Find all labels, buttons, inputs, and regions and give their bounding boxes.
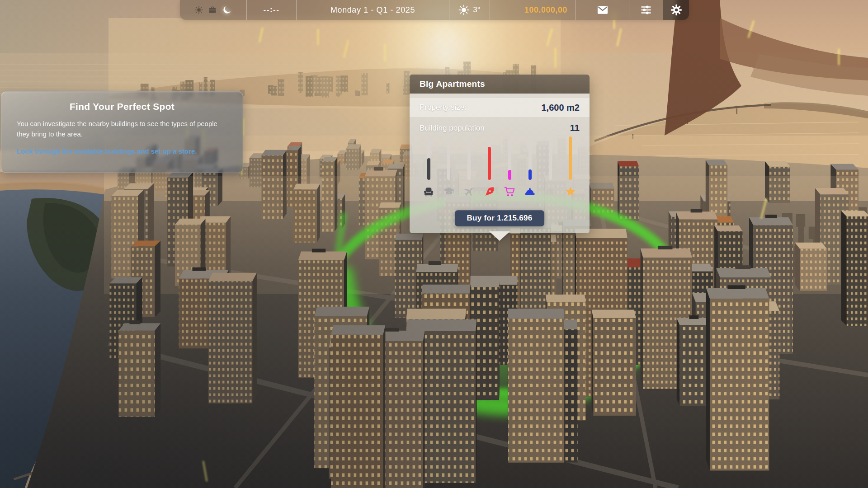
pen-icon bbox=[484, 186, 495, 197]
demographic-track bbox=[488, 136, 491, 180]
tutorial-panel: Find Your Perfect Spot You can investiga… bbox=[1, 91, 243, 173]
demographic-indicator bbox=[523, 136, 537, 197]
tutorial-cta: Look through the available buildings and… bbox=[17, 146, 227, 157]
graduation-cap-icon bbox=[443, 186, 455, 197]
date-value: Monday 1 - Q1 - 2025 bbox=[330, 5, 415, 15]
demographic-track bbox=[508, 136, 511, 180]
cart-icon bbox=[504, 186, 515, 197]
demographic-track bbox=[447, 136, 450, 180]
clock-display: --:-- bbox=[246, 0, 296, 20]
demographic-indicator bbox=[503, 136, 516, 197]
gear-icon bbox=[670, 4, 682, 16]
property-size-value: 1,600 m2 bbox=[541, 103, 580, 113]
unknown-icon bbox=[544, 186, 556, 197]
popup-body: Property size: 1,600 m2 Building populat… bbox=[410, 94, 590, 233]
demographic-fill bbox=[569, 136, 572, 180]
demographic-fill bbox=[508, 170, 511, 180]
demographic-indicator bbox=[422, 136, 435, 197]
top-hud-bar: --:-- Monday 1 - Q1 - 2025 3° 100.000,00 bbox=[180, 0, 689, 20]
population-row: Building population 11 bbox=[410, 123, 590, 133]
demographic-fill bbox=[427, 158, 430, 180]
armchair-icon bbox=[423, 186, 434, 197]
demographic-indicator bbox=[564, 136, 577, 197]
gear-menu-button[interactable] bbox=[663, 0, 689, 20]
clock-value: --:-- bbox=[264, 5, 280, 14]
property-size-label: Property size: bbox=[420, 103, 467, 112]
temperature-value: 3° bbox=[473, 5, 480, 14]
demographic-fill bbox=[488, 147, 491, 180]
weather-sun-icon bbox=[458, 5, 469, 15]
mail-icon bbox=[596, 4, 609, 16]
star-icon bbox=[565, 186, 576, 197]
tutorial-body: You can investigate the nearby buildings… bbox=[17, 119, 227, 139]
demographic-track bbox=[427, 136, 430, 180]
demographic-track bbox=[467, 136, 471, 180]
demographic-fill bbox=[528, 169, 532, 180]
demographic-indicator bbox=[442, 136, 456, 197]
hardhat-icon bbox=[524, 186, 536, 197]
population-value: 11 bbox=[570, 123, 580, 133]
money-value: 100.000,00 bbox=[524, 5, 567, 15]
demographic-track bbox=[549, 136, 552, 180]
demographic-indicator bbox=[543, 136, 557, 197]
weather-display: 3° bbox=[449, 0, 490, 20]
sun-icon[interactable] bbox=[195, 6, 203, 14]
popup-title: Big Apartments bbox=[420, 79, 485, 89]
mail-button[interactable] bbox=[576, 0, 629, 20]
money-display: 100.000,00 bbox=[490, 0, 576, 20]
population-label: Building population bbox=[420, 124, 485, 133]
sliders-icon bbox=[640, 4, 652, 16]
moon-icon[interactable] bbox=[222, 5, 232, 15]
city-scene bbox=[0, 0, 868, 488]
demographic-track bbox=[569, 136, 572, 180]
demographic-indicator bbox=[483, 136, 496, 197]
game-viewport: --:-- Monday 1 - Q1 - 2025 3° 100.000,00… bbox=[0, 0, 868, 488]
time-speed-controls bbox=[180, 0, 246, 20]
demographic-indicator bbox=[462, 136, 476, 197]
tutorial-title: Find Your Perfect Spot bbox=[17, 101, 227, 112]
plane-icon bbox=[463, 186, 475, 197]
date-display: Monday 1 - Q1 - 2025 bbox=[296, 0, 449, 20]
building-popup: Big Apartments Property size: 1,600 m2 B… bbox=[410, 75, 590, 233]
demographic-track bbox=[528, 136, 532, 180]
buy-row: Buy for 1.215.696 bbox=[410, 204, 590, 228]
settings-sliders-button[interactable] bbox=[629, 0, 663, 20]
buy-button[interactable]: Buy for 1.215.696 bbox=[455, 210, 545, 226]
briefcase-icon[interactable] bbox=[208, 5, 217, 14]
popup-pointer-arrow bbox=[489, 231, 510, 241]
property-size-row: Property size: 1,600 m2 bbox=[410, 98, 590, 117]
popup-header: Big Apartments bbox=[410, 75, 590, 94]
demographics-bars bbox=[410, 136, 590, 197]
